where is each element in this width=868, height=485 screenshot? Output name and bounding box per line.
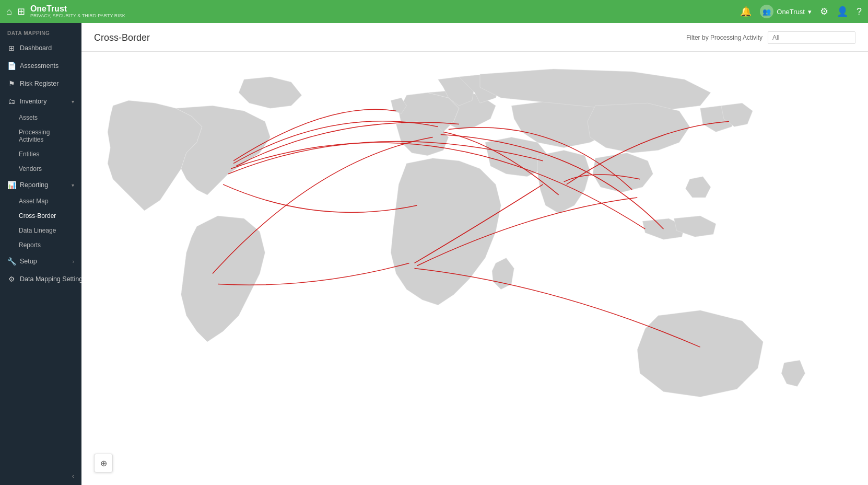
setup-icon: 🔧 [7,257,16,265]
settings-icon[interactable]: ⚙ [820,6,828,17]
sidebar-item-cross-border[interactable]: Cross-Border [0,209,81,223]
sidebar-section-label: DATA MAPPING [0,23,81,39]
sidebar-item-label: Dashboard [20,44,74,52]
sidebar-bottom: ‹ [0,467,81,485]
brand-name: OneTrust [30,4,125,14]
user-label: OneTrust [777,8,805,16]
assessments-icon: 📄 [7,62,16,70]
inventory-icon: 🗂 [7,97,16,106]
chevron-down-icon: ▾ [808,8,812,16]
nav-right: 🔔 👥 OneTrust ▾ ⚙ 👤 ? [740,5,862,18]
profile-icon[interactable]: 👤 [837,6,848,17]
sidebar-item-data-lineage[interactable]: Data Lineage [0,223,81,238]
sidebar-item-label: Reporting [20,181,67,189]
sidebar-item-entities[interactable]: Entities [0,147,81,161]
filter-input[interactable] [768,31,855,44]
user-menu[interactable]: 👥 OneTrust ▾ [760,5,812,18]
filter-label: Filter by Processing Activity [686,34,763,41]
sidebar-item-data-mapping-settings[interactable]: ⚙ Data Mapping Settings [0,270,81,288]
chevron-down-icon: ▾ [72,99,74,105]
notifications-icon[interactable]: 🔔 [740,6,752,17]
main-content: Cross-Border Filter by Processing Activi… [81,23,868,485]
grid-icon[interactable]: ⊞ [17,6,25,17]
home-icon[interactable]: ⌂ [6,6,12,17]
filter-area: Filter by Processing Activity [686,31,855,44]
sidebar-item-vendors[interactable]: Vendors [0,161,81,176]
dashboard-icon: ⊞ [7,44,16,52]
chevron-right-icon: › [73,259,74,264]
sidebar-item-label: Inventory [20,98,67,105]
brand-tagline: PRIVACY, SECURITY & THIRD-PARTY RISK [30,14,125,19]
sidebar-item-assessments[interactable]: 📄 Assessments [0,57,81,75]
collapse-sidebar-button[interactable]: ‹ [72,472,74,480]
sidebar-item-processing-activities[interactable]: Processing Activities [0,125,81,147]
sidebar-item-inventory[interactable]: 🗂 Inventory ▾ [0,93,81,110]
sidebar: DATA MAPPING ⊞ Dashboard 📄 Assessments ⚑… [0,23,81,485]
settings-icon: ⚙ [7,275,16,283]
chevron-down-icon: ▾ [72,182,74,188]
risk-register-icon: ⚑ [7,79,16,88]
layers-button[interactable]: ⊕ [94,454,113,472]
reporting-icon: 📊 [7,181,16,189]
content-header: Cross-Border Filter by Processing Activi… [81,23,868,52]
sidebar-item-reporting[interactable]: 📊 Reporting ▾ [0,176,81,194]
sidebar-item-risk-register[interactable]: ⚑ Risk Register [0,75,81,93]
page-title: Cross-Border [94,32,150,43]
layers-icon: ⊕ [100,458,107,468]
sidebar-item-asset-map[interactable]: Asset Map [0,194,81,209]
sidebar-item-label: Setup [20,258,68,265]
help-icon[interactable]: ? [857,6,862,17]
main-layout: DATA MAPPING ⊞ Dashboard 📄 Assessments ⚑… [0,23,868,485]
map-container: ⊕ [81,52,868,485]
user-avatar: 👥 [760,5,773,18]
sidebar-item-label: Risk Register [20,80,74,87]
sidebar-item-reports[interactable]: Reports [0,238,81,252]
sidebar-item-dashboard[interactable]: ⊞ Dashboard [0,39,81,57]
sidebar-item-setup[interactable]: 🔧 Setup › [0,252,81,270]
sidebar-item-label: Assessments [20,62,74,70]
top-navigation: ⌂ ⊞ OneTrust PRIVACY, SECURITY & THIRD-P… [0,0,868,23]
sidebar-item-assets[interactable]: Assets [0,110,81,125]
brand-logo: OneTrust PRIVACY, SECURITY & THIRD-PARTY… [30,4,125,18]
sidebar-item-label: Data Mapping Settings [20,275,81,283]
world-map [81,52,868,485]
